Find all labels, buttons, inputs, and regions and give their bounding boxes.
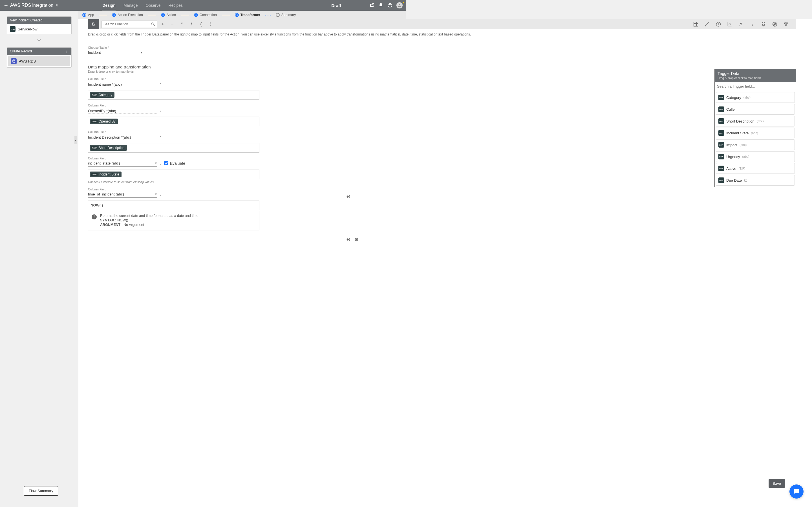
open-external-icon[interactable] (369, 3, 374, 8)
field1-label: Column Field (88, 77, 271, 80)
step-app[interactable]: App (82, 13, 94, 17)
status-badge: Draft (331, 3, 341, 8)
field4-map-box[interactable]: nowIncident State (88, 170, 259, 179)
formula-hint: i Returns the current date and time form… (88, 211, 259, 230)
op-minus[interactable]: − (168, 22, 176, 27)
field3-name[interactable]: Incident Description *(abc) (88, 134, 157, 140)
field5-label: Column Field (88, 187, 271, 191)
servicenow-icon: now (10, 26, 15, 32)
chevron-down-icon: ▼ (154, 162, 157, 165)
field2-map-box[interactable]: nowOpened By (88, 117, 259, 126)
op-plus[interactable]: + (158, 22, 167, 27)
search-icon[interactable] (151, 22, 155, 26)
action-card[interactable]: Create Record ⋮ AWS RDS (7, 47, 71, 68)
field2-chip: nowOpened By (90, 119, 118, 124)
trigger-card[interactable]: New Incident Created now ServiceNow (7, 16, 71, 34)
step-action[interactable]: Action (161, 13, 176, 17)
left-panel: New Incident Created now ServiceNow ︾ Cr… (0, 11, 79, 253)
step-connection[interactable]: Connection (194, 13, 217, 17)
field1-map-box[interactable]: nowCategory (88, 90, 259, 100)
remove-row-icon[interactable]: ⊖ (346, 236, 350, 242)
user-avatar[interactable]: ▲ (396, 2, 403, 8)
remove-row-icon[interactable]: ⊖ (346, 193, 350, 200)
field3-chip: nowShort Description (90, 145, 127, 151)
tab-design[interactable]: Design (98, 0, 119, 10)
field3-map-box[interactable]: nowShort Description (88, 143, 259, 153)
bell-icon[interactable] (378, 3, 384, 8)
function-search-input[interactable] (103, 22, 151, 26)
op-divide[interactable]: / (187, 22, 196, 27)
svg-point-2 (152, 23, 154, 25)
function-search[interactable] (101, 20, 157, 28)
section-subtitle: Drag & drop or click to map fields (88, 70, 271, 73)
step-transformer[interactable]: Transformer (235, 13, 260, 17)
tab-observe[interactable]: Observe (142, 0, 165, 10)
field4-chip: nowIncident State (90, 172, 121, 177)
op-lparen[interactable]: ( (197, 22, 205, 27)
row-ops: ⊖ ⊕ (346, 236, 359, 242)
top-tabs: Design Manage Observe Recipes (98, 0, 187, 10)
evaluate-checkbox-label[interactable]: Evaluate (164, 161, 185, 167)
svg-point-10 (13, 60, 15, 61)
collapse-left-icon[interactable]: ‹ (74, 136, 77, 144)
op-multiply[interactable]: * (177, 22, 186, 27)
chevron-down-icon: ▼ (154, 193, 157, 196)
help-text: Drag & drop or click fields from the Tri… (79, 29, 406, 40)
field2-label: Column Field (88, 104, 271, 107)
field2-name[interactable]: OpenedBy *(abc) (88, 108, 157, 114)
back-arrow-icon[interactable]: ← (3, 3, 8, 8)
field4-label: Column Field (88, 157, 271, 160)
table-label: Choose Table * (88, 46, 271, 49)
page-title: AWS RDS integration (10, 3, 53, 8)
tab-recipes[interactable]: Recipes (164, 0, 187, 10)
field5-formula-box[interactable]: NOW( ) (88, 201, 259, 210)
fx-icon[interactable]: fx (88, 19, 99, 29)
top-right-icons: ▲ (369, 2, 403, 8)
field4-select[interactable]: incident_state (abc) ▼ (88, 161, 157, 167)
step-action-execution[interactable]: Action Execution (112, 13, 143, 17)
evaluate-note: Uncheck Evaluate to select from existing… (88, 180, 271, 184)
chevron-down-icon: ▼ (140, 51, 143, 54)
function-toolbar: fx + − * / ( ) (88, 19, 406, 29)
main-content: fx + − * / ( ) Drag & drop or click fiel… (79, 19, 406, 253)
add-row-icon[interactable]: ⊕ (354, 236, 359, 242)
step-progress: App Action Execution Action Connection T… (79, 11, 406, 19)
warning-icon: ▲ (402, 1, 405, 4)
flow-connector-icon: ︾ (7, 38, 71, 43)
op-rparen[interactable]: ) (206, 22, 215, 27)
evaluate-checkbox[interactable] (164, 161, 168, 165)
tab-manage[interactable]: Manage (119, 0, 142, 10)
step-summary[interactable]: Summary (276, 13, 296, 17)
more-vert-icon[interactable]: ⋮ (65, 49, 68, 53)
aws-rds-icon (11, 58, 17, 64)
info-circle-icon: i (92, 214, 97, 219)
svg-point-1 (399, 4, 400, 5)
field3-label: Column Field (88, 130, 271, 133)
field1-chip: nowCategory (90, 92, 114, 98)
top-navbar: ← AWS RDS integration ✎ Design Manage Ob… (0, 0, 406, 11)
table-select[interactable]: Incident ▼ (88, 50, 143, 56)
help-icon[interactable] (388, 3, 393, 8)
section-title: Data mapping and transformation (88, 64, 271, 69)
field5-select[interactable]: time_of_incident (abc) ▼ (88, 191, 157, 198)
edit-title-icon[interactable]: ✎ (56, 3, 59, 8)
form-area: Choose Table * Incident ▼ Data mapping a… (79, 40, 287, 230)
field1-name[interactable]: Incident name *(abc) (88, 81, 157, 87)
